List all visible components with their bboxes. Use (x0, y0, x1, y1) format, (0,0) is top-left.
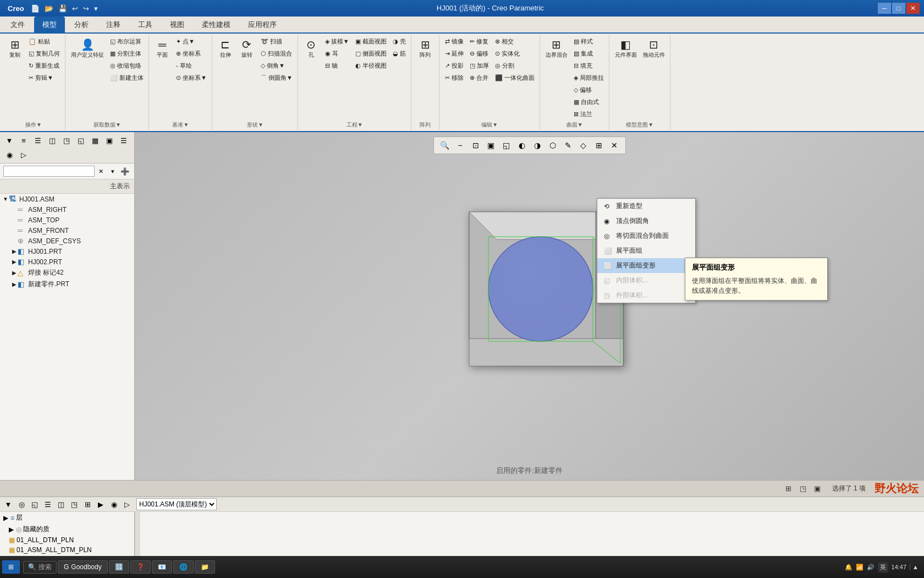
zoom-fit-btn[interactable]: ⊡ (469, 139, 482, 152)
layer-context-select[interactable]: HJ001.ASM (顶层模型) (136, 498, 217, 510)
ctx-flatten-group[interactable]: ⬜ 展平面组 (597, 243, 695, 258)
tray-icon-1[interactable]: 🔔 (845, 564, 853, 571)
extrude-btn[interactable]: ⊏ 拉伸 (215, 36, 236, 61)
close-btn[interactable]: ✕ (906, 3, 920, 14)
tab-model[interactable]: 模型 (34, 17, 65, 32)
search-add-btn[interactable]: ➕ (119, 165, 131, 177)
tab-file[interactable]: 文件 (2, 17, 33, 32)
bp-icon-5[interactable]: ◫ (55, 498, 67, 510)
axis-btn[interactable]: ⊟轴 (322, 60, 352, 72)
task-mail[interactable]: 📧 (152, 560, 172, 574)
tab-flexible[interactable]: 柔性建模 (194, 17, 239, 32)
hole-btn[interactable]: ⊙ 孔 (301, 36, 322, 61)
tree-item-newprt[interactable]: ▶ ◧ 新建零件.PRT (0, 279, 134, 290)
bp-icon-8[interactable]: ▶ (95, 498, 107, 510)
offset-ref-btn[interactable]: ⊙坐标系▼ (173, 72, 210, 84)
status-icon-2[interactable]: ◳ (797, 483, 809, 495)
status-icon-3[interactable]: ▣ (811, 483, 823, 495)
sketch-btn[interactable]: ◦草绘 (173, 60, 210, 72)
draft-btn[interactable]: ◈拔模▼ (322, 36, 352, 47)
bp-icon-9[interactable]: ◉ (108, 498, 120, 510)
bp-icon-10[interactable]: ▷ (121, 498, 133, 510)
start-btn[interactable]: ⊞ (2, 560, 20, 574)
ctx-flatten-deform[interactable]: ⬜ 展平面组变形 (597, 258, 695, 273)
intersect-btn[interactable]: ⊗相交 (492, 36, 537, 47)
named-views-btn[interactable]: ◐ (515, 139, 529, 152)
task-browser[interactable]: 🌐 (173, 560, 194, 574)
perspective-btn[interactable]: ▣ (485, 139, 498, 152)
shrink-btn[interactable]: ◎收缩包络 (107, 60, 146, 72)
paste-btn[interactable]: 📋粘贴 (26, 36, 63, 47)
sidebar-list-btn[interactable]: ≡ (18, 134, 30, 146)
viewport[interactable]: 🔍 − ⊡ ▣ ◱ ◐ ◑ ⬡ ✎ ◇ ⊞ ✕ (135, 132, 924, 480)
datum-display-btn[interactable]: ⬡ (546, 139, 559, 152)
search-options-btn[interactable]: ▾ (107, 165, 119, 177)
tab-view[interactable]: 视图 (162, 17, 193, 32)
integrate-btn[interactable]: ▧集成 (571, 48, 607, 59)
sketch-display-btn[interactable]: ✎ (562, 139, 575, 152)
tray-icon-2[interactable]: 📶 (856, 564, 864, 571)
new-body-btn[interactable]: ⬜新建主体 (107, 72, 146, 84)
freeform-btn[interactable]: ▦自由式 (571, 96, 607, 108)
surface-offset-btn[interactable]: ◇偏移 (571, 84, 607, 96)
tree-item-asmfront[interactable]: ═ ASM_FRONT (0, 225, 134, 236)
tray-icon-3[interactable]: 🔊 (867, 564, 875, 571)
tree-item-hj001prt[interactable]: ▶ ◧ HJ001.PRT (0, 246, 134, 257)
solidify-btn[interactable]: ⊙实体化 (492, 48, 537, 59)
search-clear-btn[interactable]: ✕ (95, 165, 107, 177)
layer-item-01asmalldtm[interactable]: ▦ 01_ASM_ALL_DTM_PLN (0, 545, 134, 555)
rib-btn[interactable]: ◒筋 (390, 48, 409, 59)
ctx-vertex-fillet[interactable]: ◉ 顶点倒圆角 (597, 214, 695, 228)
ctx-cut-tangent[interactable]: ◎ 将切面混合到曲面 (597, 228, 695, 243)
qat-more-btn[interactable]: ▾ (92, 4, 100, 13)
thicken-btn[interactable]: ◳加厚 (467, 60, 492, 72)
copy-geom-btn[interactable]: ◱复制几何 (26, 48, 63, 59)
tree-item-asmtop[interactable]: ═ ASM_TOP (0, 215, 134, 225)
ctx-restyle[interactable]: ⟲ 重新造型 (597, 199, 695, 214)
array-btn[interactable]: ⊞ 阵列 (415, 36, 436, 61)
tree-item-asmcsys[interactable]: ⊕ ASM_DEF_CSYS (0, 236, 134, 246)
plane-btn[interactable]: ═ 平面 (152, 36, 173, 61)
sweep-blend-btn[interactable]: ⬡扫描混合 (258, 48, 295, 59)
zoom-in-btn[interactable]: 🔍 (438, 139, 452, 152)
ear-btn[interactable]: ◉耳 (322, 48, 352, 59)
redo-btn[interactable]: ↪ (81, 4, 91, 13)
taskbar-search[interactable]: 🔍 搜索 (23, 561, 57, 574)
tab-analysis[interactable]: 分析 (66, 17, 97, 32)
task-explorer[interactable]: 📁 (195, 560, 215, 574)
copy-btn[interactable]: ⊞ 复制 (4, 36, 25, 61)
spin-center-btn[interactable]: ⊞ (592, 139, 606, 152)
bp-icon-3[interactable]: ◱ (29, 498, 41, 510)
new-btn[interactable]: 📄 (29, 4, 41, 13)
unified-btn[interactable]: ⬛一体化曲面 (492, 72, 537, 84)
repair-btn[interactable]: ✏修复 (467, 36, 492, 47)
sidebar-more-btn[interactable]: ◉ (3, 149, 15, 161)
sidebar-filter-btn[interactable]: ◱ (75, 134, 87, 146)
maximize-btn[interactable]: □ (892, 3, 905, 14)
fill-btn[interactable]: ⊟填充 (571, 60, 607, 72)
tree-item-hj001asm[interactable]: ▼ 🏗 HJ001.ASM (0, 194, 134, 204)
view-orient-btn[interactable]: ◱ (500, 139, 513, 152)
bool-btn[interactable]: ◱布尔运算 (107, 36, 146, 47)
drag-component-btn[interactable]: ⊡ 拖动元件 (640, 36, 668, 61)
tree-item-weld42[interactable]: ▶ △ 焊接 标记42 (0, 267, 134, 279)
offset-btn[interactable]: ⊖偏移 (467, 48, 492, 59)
merge-btn[interactable]: ⊕合并 (467, 72, 492, 84)
tab-tools[interactable]: 工具 (130, 17, 161, 32)
close-view-btn[interactable]: ✕ (608, 139, 621, 152)
zoom-out-btn[interactable]: − (454, 139, 467, 152)
save-btn[interactable]: 💾 (57, 4, 69, 13)
boundary-blend-btn[interactable]: ⊞ 边界混合 (543, 36, 570, 61)
tab-annotation[interactable]: 注释 (98, 17, 129, 32)
bp-icon-6[interactable]: ◳ (68, 498, 80, 510)
open-btn[interactable]: 📂 (43, 4, 55, 13)
task-goodbody[interactable]: G Goodbody (58, 560, 108, 574)
project-btn[interactable]: ↗投影 (442, 60, 466, 72)
sidebar-preview-btn[interactable]: ◳ (61, 134, 73, 146)
component-interface-btn[interactable]: ◧ 元件界面 (612, 36, 640, 61)
layer-item-01alldtm[interactable]: ▦ 01_ALL_DTM_PLN (0, 535, 134, 545)
sidebar-sort-btn[interactable]: ☰ (118, 134, 130, 146)
shell-btn[interactable]: ◑壳 (390, 36, 409, 47)
show-desktop-btn[interactable]: ▲ (910, 564, 919, 570)
remove-btn[interactable]: ✂移除 (442, 72, 466, 84)
